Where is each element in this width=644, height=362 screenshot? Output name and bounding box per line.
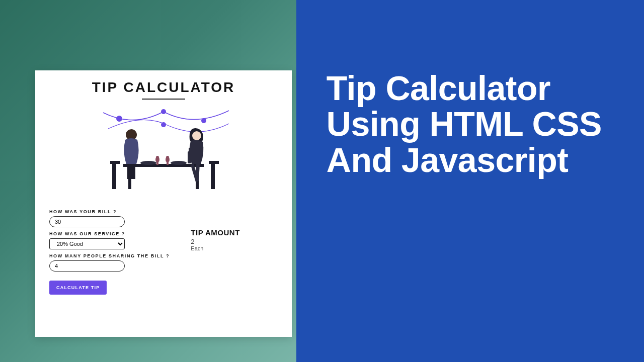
bill-label: HOW WAS YOUR BILL ? bbox=[49, 209, 182, 214]
svg-point-8 bbox=[171, 161, 187, 165]
svg-point-15 bbox=[192, 131, 201, 140]
bill-input[interactable] bbox=[49, 216, 125, 227]
calculate-tip-button[interactable]: CALCULATE TIP bbox=[49, 281, 107, 295]
svg-point-2 bbox=[161, 122, 166, 127]
svg-point-7 bbox=[140, 161, 156, 165]
dinner-illustration-icon bbox=[88, 104, 239, 194]
svg-point-3 bbox=[201, 118, 206, 123]
svg-rect-12 bbox=[127, 164, 135, 179]
form-area: HOW WAS YOUR BILL ? HOW WAS OUR SERVICE … bbox=[49, 205, 278, 295]
service-select[interactable]: 20% Good bbox=[49, 238, 125, 249]
form-left: HOW WAS YOUR BILL ? HOW WAS OUR SERVICE … bbox=[49, 205, 182, 295]
right-panel: Tip Calculator Using HTML CSS And Javasc… bbox=[296, 0, 644, 362]
result-area: TIP AMOUNT 2 Each bbox=[182, 205, 278, 295]
svg-rect-17 bbox=[209, 161, 219, 164]
page-root: TIP CALCULATOR bbox=[0, 0, 644, 362]
tip-amount-label: TIP AMOUNT bbox=[191, 228, 278, 237]
svg-rect-14 bbox=[110, 161, 120, 164]
service-label: HOW WAS OUR SERVICE ? bbox=[49, 231, 182, 236]
svg-rect-16 bbox=[211, 163, 215, 189]
tip-amount-each: Each bbox=[191, 245, 278, 251]
tip-amount-value: 2 bbox=[191, 238, 278, 245]
hero-title: Tip Calculator Using HTML CSS And Javasc… bbox=[327, 70, 624, 178]
people-input[interactable] bbox=[49, 260, 125, 272]
svg-rect-13 bbox=[112, 163, 116, 189]
svg-point-1 bbox=[161, 109, 166, 114]
people-label: HOW MANY PEOPLE SHARING THE BILL ? bbox=[49, 253, 182, 258]
svg-point-0 bbox=[116, 116, 122, 122]
card-title: TIP CALCULATOR bbox=[49, 79, 278, 96]
left-panel: TIP CALCULATOR bbox=[0, 0, 296, 362]
title-underline bbox=[142, 99, 185, 100]
tip-calculator-card: TIP CALCULATOR bbox=[35, 70, 292, 337]
